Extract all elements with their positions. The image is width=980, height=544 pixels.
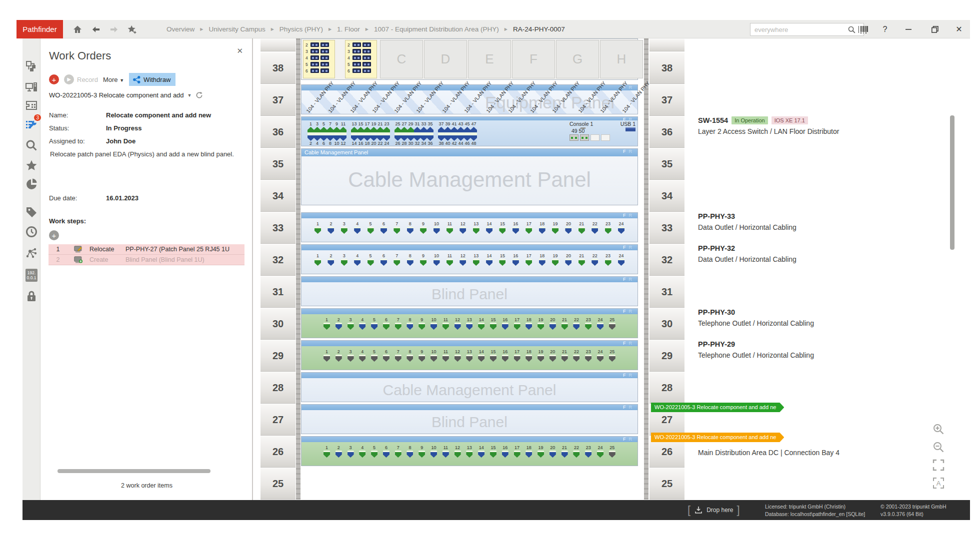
front-rear-toggle[interactable]: FR: [623, 213, 635, 218]
back-icon[interactable]: [89, 22, 103, 36]
port[interactable]: 12: [454, 317, 461, 330]
port[interactable]: 39: [444, 121, 451, 134]
port[interactable]: 22: [573, 349, 580, 362]
empty-slot-F[interactable]: F: [512, 40, 555, 78]
sidebar-item-devices[interactable]: [24, 79, 40, 95]
port[interactable]: 9: [418, 445, 425, 458]
minimize-button[interactable]: [900, 21, 917, 37]
port[interactable]: 13: [473, 253, 480, 266]
rack-panel-ports25[interactable]: FR 1234567891011121314151617181920212223…: [301, 308, 638, 338]
front-rear-toggle[interactable]: FR: [623, 309, 635, 314]
port[interactable]: 14: [478, 445, 484, 458]
port[interactable]: 4: [359, 349, 366, 362]
sidebar-item-floorplan[interactable]: [24, 97, 40, 113]
port[interactable]: 3: [348, 349, 354, 362]
fiber-module[interactable]: [310, 49, 319, 53]
port[interactable]: 38: [438, 134, 444, 146]
port[interactable]: 9: [418, 349, 425, 362]
port[interactable]: 25: [609, 317, 616, 330]
port[interactable]: 7: [395, 317, 402, 330]
port[interactable]: 18: [526, 445, 532, 458]
rack-panel-switch[interactable]: FR 1 2 3 4 5 6 7 8 9 10 11 12 13 14 15 1…: [301, 116, 638, 146]
port[interactable]: 15: [490, 349, 496, 362]
port[interactable]: 29: [408, 121, 414, 134]
fiber-module[interactable]: [362, 68, 371, 73]
front-rear-toggle[interactable]: FR: [623, 405, 635, 410]
switch-port-pair[interactable]: 7 8: [327, 121, 334, 146]
switch-port-pair[interactable]: 21 22: [377, 121, 384, 146]
port[interactable]: 24: [384, 134, 390, 146]
port[interactable]: 20: [370, 134, 377, 146]
fiber-module[interactable]: [310, 68, 319, 73]
port[interactable]: 35: [427, 121, 434, 134]
sfp-port[interactable]: [580, 134, 589, 141]
switch-port-pair[interactable]: 29 30: [408, 121, 414, 146]
port[interactable]: 9: [420, 253, 426, 266]
port[interactable]: 6: [383, 445, 390, 458]
port[interactable]: 17: [514, 317, 520, 330]
port[interactable]: 5: [371, 349, 378, 362]
port[interactable]: 24: [618, 221, 624, 234]
port[interactable]: 28: [401, 134, 408, 146]
port[interactable]: 19: [538, 349, 544, 362]
port[interactable]: 23: [605, 253, 612, 266]
port[interactable]: 6: [383, 317, 390, 330]
switch-port-pair[interactable]: 47 48: [470, 121, 477, 146]
port[interactable]: 17: [364, 121, 370, 134]
sidebar-item-connections[interactable]: [24, 245, 40, 261]
front-rear-toggle[interactable]: FR: [623, 245, 635, 250]
port[interactable]: 47: [470, 121, 477, 134]
sidebar-item-ip-address[interactable]: 192.0.0.1: [24, 267, 40, 283]
port[interactable]: 21: [562, 349, 568, 362]
rack-panel-ports25[interactable]: FR 1234567891011121314151617181920212223…: [301, 436, 638, 466]
port[interactable]: 10: [430, 317, 437, 330]
close-button[interactable]: ✕: [950, 21, 968, 37]
port[interactable]: 20: [550, 317, 556, 330]
port[interactable]: 1: [324, 349, 330, 362]
fit-view-icon[interactable]: [932, 459, 945, 472]
fiber-module[interactable]: [362, 55, 371, 60]
port[interactable]: 24: [618, 253, 624, 266]
port[interactable]: 15: [490, 445, 496, 458]
port[interactable]: 24: [597, 349, 604, 362]
port[interactable]: 26: [394, 134, 401, 146]
port[interactable]: 48: [470, 134, 477, 146]
port[interactable]: 2: [336, 317, 342, 330]
port[interactable]: 23: [605, 221, 612, 234]
port[interactable]: 10: [430, 445, 437, 458]
front-rear-toggle[interactable]: FR: [623, 373, 635, 378]
rack-panel-ports24[interactable]: FR 1234567891011121314151617181920212223…: [301, 244, 638, 274]
switch-port-pair[interactable]: 31 32: [414, 121, 420, 146]
port[interactable]: 1: [314, 253, 321, 266]
port[interactable]: 10: [430, 349, 437, 362]
breadcrumb-item[interactable]: 1. Floor: [337, 25, 360, 33]
port[interactable]: 21: [578, 253, 585, 266]
rack-panel-ports24[interactable]: FR 1234567891011121314151617181920212223…: [301, 212, 638, 242]
port[interactable]: 30: [408, 134, 414, 146]
switch-port-pair[interactable]: 37 38: [438, 121, 444, 146]
port[interactable]: 9: [334, 121, 340, 134]
fiber-module[interactable]: [320, 49, 329, 53]
port[interactable]: 8: [407, 221, 414, 234]
port[interactable]: 11: [446, 253, 453, 266]
port[interactable]: 25: [609, 349, 616, 362]
switch-port-pair[interactable]: 3 4: [314, 121, 320, 146]
forward-icon[interactable]: [107, 22, 121, 36]
fiber-module[interactable]: [310, 55, 319, 60]
component-label[interactable]: PP-PHY-33Data Outlet / Horizontal Cablin…: [698, 212, 968, 231]
port[interactable]: 5: [368, 253, 374, 266]
component-label[interactable]: SW-1554In OperationIOS XE 17.1Layer 2 Ac…: [698, 116, 968, 135]
port[interactable]: 6: [320, 134, 327, 146]
sidebar-item-work-orders[interactable]: 3: [24, 116, 40, 132]
port[interactable]: 16: [512, 253, 519, 266]
port[interactable]: 3: [314, 121, 320, 134]
port[interactable]: 19: [552, 221, 558, 234]
usb-port[interactable]: [626, 127, 636, 131]
rack-panel-big[interactable]: FR Blind Panel: [301, 276, 638, 306]
port[interactable]: 16: [502, 445, 508, 458]
port[interactable]: 43: [458, 121, 464, 134]
rack-panel-big[interactable]: FR Blind Panel: [301, 404, 638, 434]
home-icon[interactable]: [70, 22, 84, 36]
sfp-port-empty[interactable]: [601, 134, 610, 141]
fiber-module[interactable]: [352, 55, 361, 60]
